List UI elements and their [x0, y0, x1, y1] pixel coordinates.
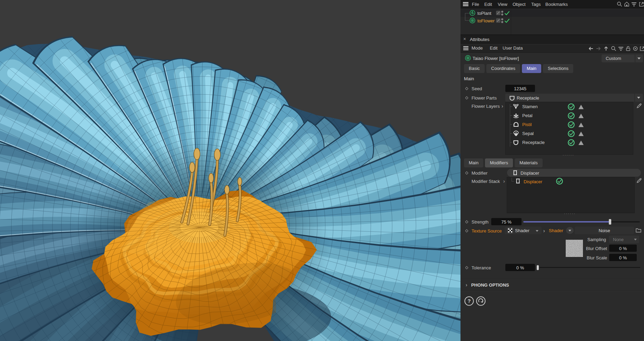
svg-text:?: ? [467, 298, 470, 304]
